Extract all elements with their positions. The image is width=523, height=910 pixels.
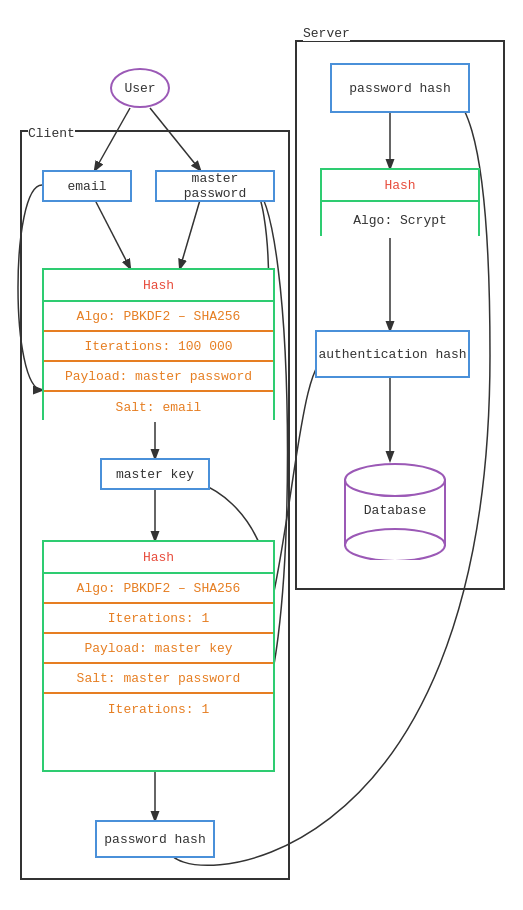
hash-group-1: Hash Algo: PBKDF2 – SHA256 Iterations: 1… (42, 268, 275, 420)
hash1-iterations-box: Iterations: 100 000 (44, 332, 273, 362)
master-password-box: master password (155, 170, 275, 202)
svg-point-12 (345, 529, 445, 560)
server-hash-title-box: Hash (322, 170, 478, 202)
master-key-box: master key (100, 458, 210, 490)
client-label: Client (28, 126, 75, 141)
master-key-label: master key (116, 467, 194, 482)
server-hash-group: Hash Algo: Scrypt (320, 168, 480, 236)
hash1-payload: Payload: master password (65, 369, 252, 384)
hash2-salt: Salt: master password (77, 671, 241, 686)
hash2-title: Hash (143, 550, 174, 565)
auth-hash-box: authentication hash (315, 330, 470, 378)
server-label: Server (303, 26, 350, 41)
hash1-salt: Salt: email (116, 400, 202, 415)
hash1-title-box: Hash (44, 270, 273, 302)
email-label: email (67, 179, 106, 194)
email-box: email (42, 170, 132, 202)
hash2-iterations1: Iterations: 1 (108, 611, 209, 626)
auth-hash-label: authentication hash (318, 347, 466, 362)
hash2-payload: Payload: master key (84, 641, 232, 656)
hash2-algo: Algo: PBKDF2 – SHA256 (77, 581, 241, 596)
hash-group-2: Hash Algo: PBKDF2 – SHA256 Iterations: 1… (42, 540, 275, 772)
hash1-iterations: Iterations: 100 000 (84, 339, 232, 354)
server-hash-title: Hash (384, 178, 415, 193)
server-password-hash-label: password hash (349, 81, 450, 96)
svg-rect-13 (346, 480, 444, 496)
hash1-algo-box: Algo: PBKDF2 – SHA256 (44, 302, 273, 332)
master-password-label: master password (157, 171, 273, 201)
client-password-hash-box: password hash (95, 820, 215, 858)
server-password-hash-box: password hash (330, 63, 470, 113)
hash1-title: Hash (143, 278, 174, 293)
hash2-payload-box: Payload: master key (44, 634, 273, 664)
hash2-iterations1-box: Iterations: 1 (44, 604, 273, 634)
hash2-title-box: Hash (44, 542, 273, 574)
hash1-salt-box: Salt: email (44, 392, 273, 422)
hash1-payload-box: Payload: master password (44, 362, 273, 392)
hash2-iterations2: Iterations: 1 (108, 702, 209, 717)
user-node: User (110, 68, 170, 108)
hash1-algo: Algo: PBKDF2 – SHA256 (77, 309, 241, 324)
user-label: User (124, 81, 155, 96)
hash2-algo-box: Algo: PBKDF2 – SHA256 (44, 574, 273, 604)
server-hash-algo-box: Algo: Scrypt (322, 202, 478, 238)
diagram: User Client email master password Hash A… (0, 0, 523, 910)
database-node: Database (340, 460, 450, 560)
server-hash-algo: Algo: Scrypt (353, 213, 447, 228)
database-label: Database (364, 503, 426, 518)
client-password-hash-label: password hash (104, 832, 205, 847)
hash2-iterations2-box: Iterations: 1 (44, 694, 273, 724)
hash2-salt-box: Salt: master password (44, 664, 273, 694)
